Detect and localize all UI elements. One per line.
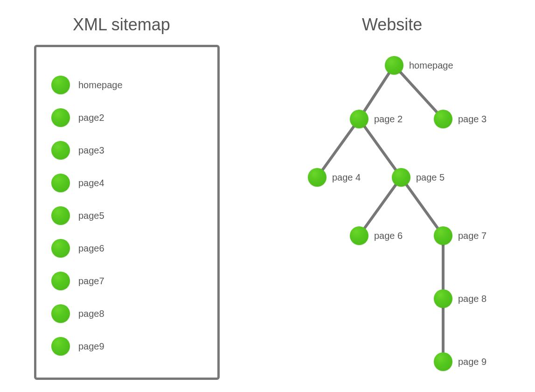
page-node-icon	[51, 206, 70, 225]
tree-node-page4: page 4	[308, 168, 361, 187]
page-node-icon	[385, 56, 403, 75]
page-node-icon	[51, 239, 70, 258]
tree-node-page3: page 3	[434, 110, 486, 128]
page-node-icon	[51, 76, 70, 94]
sitemap-item-label: page9	[78, 341, 104, 352]
tree-node-page6: page 6	[350, 226, 403, 245]
sitemap-item-label: page4	[78, 178, 104, 189]
tree-node-homepage: homepage	[385, 56, 453, 75]
diagram-canvas: XML sitemap Website homepage page2 page3…	[0, 0, 535, 392]
tree-node-label: page 8	[458, 294, 486, 304]
tree-node-label: homepage	[409, 60, 453, 71]
sitemap-item-page2: page2	[51, 101, 208, 134]
tree-node-label: page 5	[416, 172, 445, 183]
tree-node-label: page 9	[458, 357, 486, 367]
page-node-icon	[434, 226, 452, 245]
tree-node-page8: page 8	[434, 289, 486, 308]
page-node-icon	[51, 337, 70, 356]
page-node-icon	[392, 168, 410, 187]
tree-edge	[364, 73, 389, 111]
tree-node-page5: page 5	[392, 168, 445, 187]
tree-node-label: page 7	[458, 231, 486, 241]
page-node-icon	[51, 141, 70, 160]
page-node-icon	[51, 272, 70, 290]
website-heading: Website	[362, 15, 422, 35]
sitemap-item-page6: page6	[51, 232, 208, 265]
page-node-icon	[434, 110, 452, 128]
page-node-icon	[51, 174, 70, 192]
tree-node-label: page 4	[332, 172, 361, 183]
sitemap-item-label: page5	[78, 210, 104, 221]
sitemap-box: homepage page2 page3 page4 page5 page6	[34, 45, 220, 380]
page-node-icon	[350, 226, 368, 245]
sitemap-item-label: page2	[78, 112, 104, 123]
tree-edge	[365, 185, 396, 228]
website-tree: homepage page 2 page 3 page 4 page 5 pag…	[266, 47, 527, 383]
tree-edge	[407, 185, 438, 228]
page-node-icon	[350, 110, 368, 128]
sitemap-item-page9: page9	[51, 330, 208, 363]
tree-node-label: page 6	[374, 231, 403, 241]
tree-node-label: page 2	[374, 114, 403, 125]
tree-node-page9: page 9	[434, 352, 486, 371]
sitemap-item-label: page6	[78, 243, 104, 254]
sitemap-item-page3: page3	[51, 134, 208, 167]
sitemap-list: homepage page2 page3 page4 page5 page6	[51, 69, 208, 363]
sitemap-item-page4: page4	[51, 167, 208, 199]
page-node-icon	[51, 108, 70, 127]
page-node-icon	[51, 304, 70, 323]
tree-edge	[400, 72, 437, 112]
sitemap-item-page7: page7	[51, 265, 208, 297]
tree-node-label: page 3	[458, 114, 486, 125]
tree-node-page7: page 7	[434, 226, 486, 245]
tree-edges-svg	[266, 47, 527, 383]
sitemap-heading: XML sitemap	[73, 15, 170, 35]
sitemap-item-label: homepage	[78, 80, 123, 91]
sitemap-item-label: page8	[78, 308, 104, 319]
page-node-icon	[308, 168, 327, 187]
tree-edge	[323, 126, 354, 170]
sitemap-item-homepage: homepage	[51, 69, 208, 101]
sitemap-item-label: page3	[78, 145, 104, 156]
tree-node-page2: page 2	[350, 110, 403, 128]
page-node-icon	[434, 352, 452, 371]
tree-edge	[365, 126, 396, 170]
sitemap-item-page8: page8	[51, 297, 208, 330]
page-node-icon	[434, 289, 452, 308]
sitemap-item-page5: page5	[51, 199, 208, 232]
sitemap-item-label: page7	[78, 276, 104, 287]
